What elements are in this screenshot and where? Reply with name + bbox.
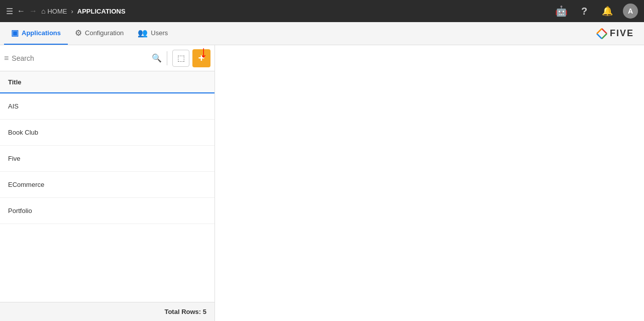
main-content: ≡ 🔍 ⬚ + ↑ Title AIS Book Club (0, 45, 644, 321)
nav-breadcrumb-separator: › (71, 8, 73, 15)
users-tab-icon: 👥 (138, 28, 148, 38)
tab-applications[interactable]: ▣ Applications (4, 22, 68, 45)
help-icon-button[interactable]: ? (577, 4, 592, 19)
row-title-portfolio: Portfolio (8, 207, 32, 215)
add-button[interactable]: + (192, 49, 210, 67)
five-logo-icon (595, 27, 609, 41)
import-button[interactable]: ⬚ (172, 50, 189, 67)
svg-line-3 (597, 29, 602, 34)
forward-arrow-icon[interactable]: → (29, 7, 37, 16)
tab-users[interactable]: 👥 Users (131, 22, 175, 45)
bell-icon: 🔔 (602, 6, 613, 17)
table-row[interactable]: Five (0, 146, 214, 172)
back-arrow-icon[interactable]: ← (17, 7, 25, 16)
five-logo: FIVE (595, 27, 634, 41)
table-row[interactable]: ECommerce (0, 172, 214, 198)
home-icon: ⌂ (41, 7, 45, 15)
chat-icon-button[interactable]: 🤖 (554, 4, 569, 19)
navbar: ☰ ← → ⌂ HOME › APPLICATIONS 🤖 ? 🔔 A (0, 0, 644, 22)
table-header: Title (0, 71, 214, 93)
svg-line-2 (597, 34, 602, 39)
right-panel (215, 45, 644, 321)
table-row[interactable]: Book Club (0, 120, 214, 146)
table-row[interactable]: Portfolio (0, 198, 214, 224)
five-logo-text: FIVE (610, 28, 634, 39)
data-table: Title AIS Book Club Five ECommerce Portf… (0, 71, 214, 302)
row-title-ais: AIS (8, 102, 19, 110)
table-row[interactable]: AIS (0, 93, 214, 120)
title-column-header: Title (8, 78, 22, 86)
row-title-ecommerce: ECommerce (8, 181, 44, 188)
navbar-right: 🤖 ? 🔔 A (554, 4, 638, 19)
tab-bar: ▣ Applications ⚙ Configuration 👥 Users F… (0, 22, 644, 45)
search-input-wrapper: 🔍 (12, 53, 162, 63)
search-divider (167, 51, 167, 65)
search-bar: ≡ 🔍 ⬚ + (0, 45, 214, 71)
svg-line-0 (602, 29, 607, 34)
search-icon: 🔍 (152, 53, 162, 63)
search-input[interactable] (12, 54, 150, 62)
applications-tab-icon: ▣ (11, 28, 19, 38)
users-tab-label: Users (151, 29, 168, 37)
row-title-five: Five (8, 155, 21, 162)
bell-icon-button[interactable]: 🔔 (600, 4, 615, 19)
svg-line-1 (602, 34, 607, 39)
row-title-book-club: Book Club (8, 129, 38, 136)
configuration-tab-label: Configuration (85, 29, 124, 37)
hamburger-icon[interactable]: ☰ (6, 7, 13, 16)
chat-icon: 🤖 (555, 5, 568, 17)
applications-tab-label: Applications (22, 29, 61, 37)
total-rows-label: Total Rows: 5 (164, 308, 206, 315)
import-icon: ⬚ (177, 53, 185, 63)
home-label: HOME (47, 8, 67, 15)
left-panel: ≡ 🔍 ⬚ + ↑ Title AIS Book Club (0, 45, 215, 321)
navbar-left: ☰ ← → ⌂ HOME › APPLICATIONS (6, 7, 549, 16)
five-logo-area: FIVE (595, 27, 640, 41)
tab-configuration[interactable]: ⚙ Configuration (68, 22, 131, 45)
left-panel-footer: Total Rows: 5 (0, 302, 214, 321)
home-nav-link[interactable]: ⌂ HOME (41, 7, 67, 15)
help-icon: ? (581, 6, 587, 17)
filter-icon[interactable]: ≡ (4, 54, 9, 63)
current-page-label: APPLICATIONS (77, 8, 126, 15)
user-avatar[interactable]: A (623, 4, 638, 19)
configuration-tab-icon: ⚙ (75, 28, 82, 38)
